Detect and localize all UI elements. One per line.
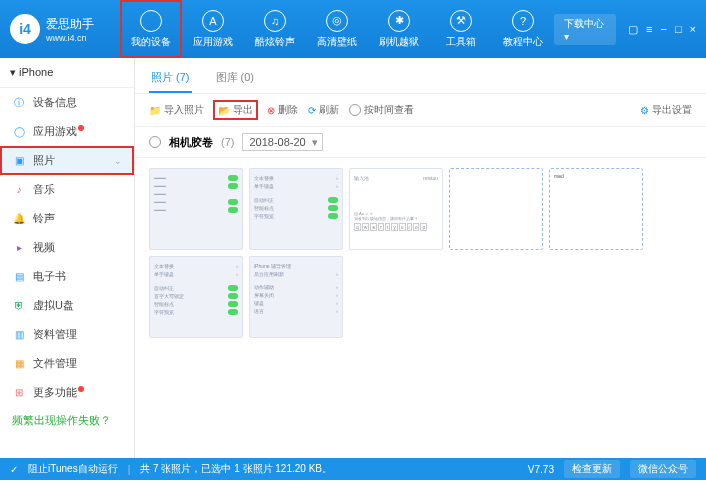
- side-icon: ♪: [12, 183, 26, 197]
- tools-icon: ⚒: [450, 10, 472, 32]
- refresh-button[interactable]: ⟳刷新: [308, 103, 339, 117]
- sidebar-item-9[interactable]: ▦文件管理: [0, 349, 134, 378]
- content-tabs: 照片 (7) 图库 (0): [135, 58, 706, 94]
- import-button[interactable]: 📁导入照片: [149, 103, 204, 117]
- logo: i4 爱思助手 www.i4.cn: [10, 14, 120, 44]
- nav-label: 应用游戏: [193, 35, 233, 49]
- ring-icon: ♫: [264, 10, 286, 32]
- delete-button[interactable]: ⊗删除: [267, 103, 298, 117]
- nav-wall[interactable]: ◎ 高清壁纸: [306, 0, 368, 58]
- nav-label: 酷炫铃声: [255, 35, 295, 49]
- version-label: V7.73: [528, 464, 554, 475]
- tab-photos[interactable]: 照片 (7): [149, 66, 192, 93]
- camera-roll-label: 相机胶卷: [169, 135, 213, 150]
- nav-label: 刷机越狱: [379, 35, 419, 49]
- sidebar-item-label: 照片: [33, 153, 55, 168]
- sidebar-item-label: 虚拟U盘: [33, 298, 74, 313]
- tab-library[interactable]: 图库 (0): [214, 66, 257, 93]
- sidebar-item-0[interactable]: ⓘ设备信息: [0, 88, 134, 117]
- date-select[interactable]: 2018-08-20: [242, 133, 322, 151]
- logo-title: 爱思助手: [46, 16, 94, 33]
- thumbnail[interactable]: iPhone 辅导管理 后台应用刷新› 动作辅助› 屏幕关闭› 键盘› 语言›: [249, 256, 343, 338]
- side-icon: ▤: [12, 270, 26, 284]
- photo-grid: ━━━━ ━━━━ ━━━━ ━━━━ ━━━━ 文本替换› 单手键盘› 自动纠…: [135, 158, 706, 458]
- main-panel: 照片 (7) 图库 (0) 📁导入照片 📂导出 ⊗删除 ⟳刷新 按时间查看 ⚙导…: [135, 58, 706, 458]
- nav-label: 我的设备: [131, 35, 171, 49]
- check-update-button[interactable]: 检查更新: [564, 460, 620, 478]
- sidebar-item-6[interactable]: ▤电子书: [0, 262, 134, 291]
- sidebar-item-7[interactable]: ⛨虚拟U盘: [0, 291, 134, 320]
- radio-icon: [349, 104, 361, 116]
- thumbnail[interactable]: med: [549, 168, 643, 250]
- nav-tools[interactable]: ⚒ 工具箱: [430, 0, 492, 58]
- close-icon[interactable]: ×: [690, 23, 696, 36]
- sidebar: ▾ iPhone ⓘ设备信息◯应用游戏▣照片⌄♪音乐🔔铃声▸视频▤电子书⛨虚拟U…: [0, 58, 135, 458]
- device-selector[interactable]: ▾ iPhone: [0, 58, 134, 88]
- wechat-button[interactable]: 微信公众号: [630, 460, 696, 478]
- app-header: i4 爱思助手 www.i4.cn 我的设备 A 应用游戏 ♫ 酷炫铃声 ◎ 高…: [0, 0, 706, 58]
- nav-apps[interactable]: A 应用游戏: [182, 0, 244, 58]
- help-icon: ?: [512, 10, 534, 32]
- side-icon: ◯: [12, 125, 26, 139]
- nav-label: 工具箱: [446, 35, 476, 49]
- gear-icon: ⚙: [640, 105, 649, 116]
- side-icon: ⊞: [12, 386, 26, 400]
- sidebar-item-10[interactable]: ⊞更多功能: [0, 378, 134, 407]
- album-filter: 相机胶卷 (7) 2018-08-20: [135, 127, 706, 158]
- chevron-down-icon: ⌄: [114, 156, 122, 166]
- sidebar-item-3[interactable]: ♪音乐: [0, 175, 134, 204]
- badge-icon: [78, 125, 84, 131]
- side-icon: ▥: [12, 328, 26, 342]
- itunes-block-toggle[interactable]: 阻止iTunes自动运行: [28, 462, 118, 476]
- status-text: 共 7 张照片，已选中 1 张照片 121.20 KB。: [140, 462, 332, 476]
- nav-flash[interactable]: ✱ 刷机越狱: [368, 0, 430, 58]
- toolbar: 📁导入照片 📂导出 ⊗删除 ⟳刷新 按时间查看 ⚙导出设置: [135, 94, 706, 127]
- apple-icon: [140, 10, 162, 32]
- side-icon: 🔔: [12, 212, 26, 226]
- delete-icon: ⊗: [267, 105, 275, 116]
- sidebar-item-label: 应用游戏: [33, 124, 77, 139]
- badge-icon: [78, 386, 84, 392]
- sidebar-item-1[interactable]: ◯应用游戏: [0, 117, 134, 146]
- side-icon: ▣: [12, 154, 26, 168]
- nav-my-device[interactable]: 我的设备: [120, 0, 182, 58]
- nav-rings[interactable]: ♫ 酷炫铃声: [244, 0, 306, 58]
- thumbnail[interactable]: [449, 168, 543, 250]
- sidebar-item-8[interactable]: ▥资料管理: [0, 320, 134, 349]
- apps-icon: A: [202, 10, 224, 32]
- sidebar-item-label: 文件管理: [33, 356, 77, 371]
- maximize-icon[interactable]: □: [675, 23, 682, 36]
- faq-link[interactable]: 频繁出现操作失败？: [0, 407, 134, 434]
- sidebar-item-4[interactable]: 🔔铃声: [0, 204, 134, 233]
- logo-url: www.i4.cn: [46, 33, 94, 43]
- side-icon: ▦: [12, 357, 26, 371]
- top-nav: 我的设备 A 应用游戏 ♫ 酷炫铃声 ◎ 高清壁纸 ✱ 刷机越狱 ⚒ 工具箱 ?…: [120, 0, 554, 58]
- menu-icon[interactable]: ≡: [646, 23, 652, 36]
- browse-time-radio[interactable]: 按时间查看: [349, 103, 414, 117]
- nav-tutorial[interactable]: ? 教程中心: [492, 0, 554, 58]
- logo-icon: i4: [10, 14, 40, 44]
- folder-import-icon: 📁: [149, 105, 161, 116]
- minimize-icon[interactable]: −: [660, 23, 666, 36]
- sidebar-item-2[interactable]: ▣照片⌄: [0, 146, 134, 175]
- export-settings-button[interactable]: ⚙导出设置: [640, 103, 692, 117]
- count-label: (7): [221, 136, 234, 148]
- sidebar-item-5[interactable]: ▸视频: [0, 233, 134, 262]
- status-bar: ✓ 阻止iTunes自动运行 | 共 7 张照片，已选中 1 张照片 121.2…: [0, 458, 706, 480]
- skin-icon[interactable]: ▢: [628, 23, 638, 36]
- thumbnail[interactable]: 文本替换› 单手键盘› 自动纠正 智能标点 字符预览: [249, 168, 343, 250]
- folder-export-icon: 📂: [218, 105, 230, 116]
- download-center-button[interactable]: 下载中心 ▾: [554, 14, 616, 45]
- thumbnail[interactable]: 文本替换› 单手键盘› 自动纠正 首字大写锁定 智能标点 字符预览: [149, 256, 243, 338]
- check-icon: ✓: [10, 464, 18, 475]
- export-button[interactable]: 📂导出: [214, 101, 257, 119]
- radio-icon[interactable]: [149, 136, 161, 148]
- sidebar-item-label: 铃声: [33, 211, 55, 226]
- side-icon: ▸: [12, 241, 26, 255]
- thumbnail[interactable]: ━━━━ ━━━━ ━━━━ ━━━━ ━━━━: [149, 168, 243, 250]
- sidebar-item-label: 视频: [33, 240, 55, 255]
- sidebar-item-label: 音乐: [33, 182, 55, 197]
- side-icon: ⓘ: [12, 96, 26, 110]
- thumbnail[interactable]: 输入法mistou 囧 Aa ☺ ⎆ 我收到垃圾短信息，请问有什么事？ qwer…: [349, 168, 443, 250]
- sidebar-item-label: 电子书: [33, 269, 66, 284]
